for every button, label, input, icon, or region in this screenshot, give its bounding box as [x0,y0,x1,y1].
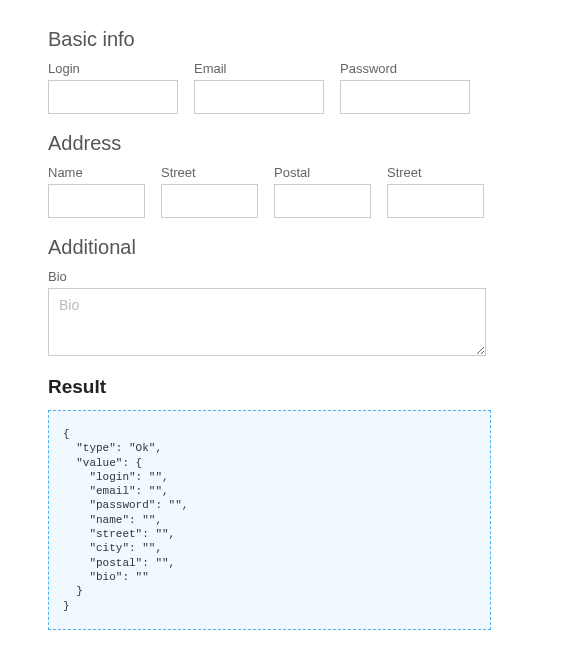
bio-field-group: Bio [48,269,515,356]
result-json-block: { "type": "Ok", "value": { "login": "", … [48,410,491,630]
postal-label: Postal [274,165,371,180]
password-field-group: Password [340,61,470,114]
email-input[interactable] [194,80,324,114]
name-field-group: Name [48,165,145,218]
email-field-group: Email [194,61,324,114]
bio-textarea[interactable] [48,288,486,356]
result-heading: Result [48,376,515,398]
password-input[interactable] [340,80,470,114]
postal-input[interactable] [274,184,371,218]
basic-info-section: Basic info Login Email Password [48,28,515,114]
street-label: Street [161,165,258,180]
result-section: Result { "type": "Ok", "value": { "login… [48,376,515,630]
basic-info-heading: Basic info [48,28,515,51]
basic-fields-row: Login Email Password [48,61,515,114]
address-heading: Address [48,132,515,155]
street-field-group: Street [161,165,258,218]
name-label: Name [48,165,145,180]
bio-label: Bio [48,269,515,284]
additional-heading: Additional [48,236,515,259]
name-input[interactable] [48,184,145,218]
street2-label: Street [387,165,484,180]
street2-field-group: Street [387,165,484,218]
login-field-group: Login [48,61,178,114]
postal-field-group: Postal [274,165,371,218]
address-section: Address Name Street Postal Street [48,132,515,218]
street2-input[interactable] [387,184,484,218]
street-input[interactable] [161,184,258,218]
address-fields-row: Name Street Postal Street [48,165,515,218]
password-label: Password [340,61,470,76]
email-label: Email [194,61,324,76]
additional-section: Additional Bio [48,236,515,356]
login-label: Login [48,61,178,76]
login-input[interactable] [48,80,178,114]
